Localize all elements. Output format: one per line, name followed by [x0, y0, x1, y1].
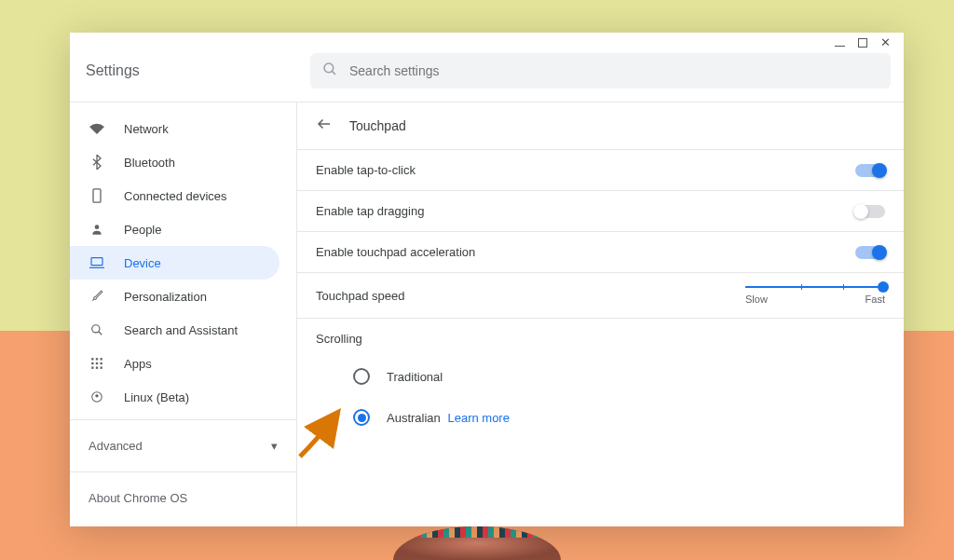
- scrolling-australian-row[interactable]: Australian Learn more: [316, 402, 885, 443]
- sidebar-item-label: Search and Assistant: [124, 323, 238, 337]
- about-label: About Chrome OS: [89, 491, 187, 505]
- scrolling-traditional-row[interactable]: Traditional: [316, 361, 885, 402]
- setting-tap-dragging: Enable tap dragging: [297, 191, 904, 232]
- sidebar-item-apps[interactable]: Apps: [70, 347, 279, 380]
- sidebar-item-personalization[interactable]: Personalization: [70, 280, 279, 313]
- tap-dragging-toggle[interactable]: [855, 205, 885, 218]
- svg-line-1: [333, 72, 335, 75]
- sidebar-item-connected-devices[interactable]: Connected devices: [70, 179, 279, 212]
- slider-fast-label: Fast: [865, 294, 885, 305]
- divider: [70, 471, 296, 472]
- sidebar-item-label: Connected devices: [124, 189, 227, 203]
- phone-icon: [89, 188, 105, 203]
- back-button[interactable]: [316, 116, 333, 136]
- sidebar-item-label: Bluetooth: [124, 156, 175, 170]
- brush-icon: [89, 290, 105, 303]
- traditional-radio[interactable]: [353, 368, 370, 385]
- learn-more-link[interactable]: Learn more: [447, 411, 509, 425]
- sidebar-item-bluetooth[interactable]: Bluetooth: [70, 145, 279, 179]
- acceleration-toggle[interactable]: [855, 246, 885, 259]
- sidebar-item-device[interactable]: Device: [70, 246, 279, 280]
- setting-label: Enable tap dragging: [316, 204, 424, 218]
- svg-point-0: [324, 63, 334, 73]
- sidebar-item-label: Apps: [124, 357, 152, 371]
- sidebar-item-linux[interactable]: Linux (Beta): [70, 380, 279, 414]
- laptop-icon: [89, 257, 105, 268]
- tap-to-click-toggle[interactable]: [855, 164, 885, 177]
- sidebar-item-label: Linux (Beta): [124, 390, 189, 404]
- sidebar-item-label: Network: [124, 122, 169, 136]
- sidebar: Network Bluetooth Connected devices Peop…: [70, 102, 297, 526]
- chevron-down-icon: ▾: [271, 439, 278, 453]
- main-panel: Touchpad Enable tap-to-click Enable tap …: [297, 102, 904, 526]
- window-titlebar: ✕: [70, 33, 904, 44]
- sidebar-advanced[interactable]: Advanced ▾: [70, 426, 296, 466]
- header-bar: Settings: [70, 44, 904, 102]
- magnifier-icon: [89, 323, 105, 336]
- settings-list: Enable tap-to-click Enable tap dragging …: [297, 149, 904, 319]
- svg-rect-2: [93, 189, 101, 202]
- radio-label: Traditional: [387, 370, 443, 384]
- svg-rect-12: [101, 362, 102, 364]
- settings-window: ✕ Settings Network Bluetooth Connected d…: [70, 33, 904, 526]
- svg-rect-11: [96, 362, 98, 364]
- divider: [70, 419, 296, 420]
- sidebar-about[interactable]: About Chrome OS: [70, 478, 296, 518]
- bluetooth-icon: [89, 155, 105, 170]
- setting-label: Enable tap-to-click: [316, 163, 416, 177]
- sidebar-item-network[interactable]: Network: [70, 112, 279, 145]
- person-icon: [89, 223, 105, 236]
- svg-rect-13: [91, 367, 93, 369]
- svg-rect-8: [96, 358, 98, 360]
- svg-point-3: [95, 225, 100, 229]
- sidebar-item-label: Personalization: [124, 290, 207, 304]
- svg-rect-9: [101, 358, 102, 360]
- svg-rect-15: [101, 367, 102, 369]
- radio-label: Australian: [387, 411, 441, 425]
- svg-point-17: [96, 395, 98, 397]
- wallpaper-cake: [393, 526, 561, 560]
- setting-acceleration: Enable touchpad acceleration: [297, 232, 904, 273]
- svg-point-5: [92, 325, 100, 333]
- apps-grid-icon: [89, 357, 105, 370]
- search-icon: [321, 61, 338, 81]
- svg-rect-7: [91, 358, 93, 360]
- scrolling-section: Scrolling Traditional Australian Learn m…: [297, 319, 904, 456]
- app-title: Settings: [83, 62, 293, 79]
- wifi-icon: [89, 123, 105, 134]
- svg-line-6: [99, 332, 102, 335]
- setting-label: Enable touchpad acceleration: [316, 245, 475, 259]
- speed-slider[interactable]: Slow Fast: [745, 286, 885, 305]
- advanced-label: Advanced: [89, 439, 143, 453]
- scrolling-heading: Scrolling: [316, 332, 885, 346]
- australian-radio[interactable]: [353, 409, 370, 426]
- page-title: Touchpad: [349, 118, 406, 133]
- search-input[interactable]: [349, 63, 879, 78]
- svg-rect-10: [91, 362, 93, 364]
- setting-tap-to-click: Enable tap-to-click: [297, 150, 904, 191]
- sidebar-item-people[interactable]: People: [70, 212, 279, 246]
- sidebar-item-label: People: [124, 223, 161, 237]
- slider-slow-label: Slow: [745, 294, 768, 305]
- sidebar-item-search-assistant[interactable]: Search and Assistant: [70, 313, 279, 347]
- setting-speed: Touchpad speed Slow Fast: [297, 273, 904, 318]
- sidebar-item-label: Device: [124, 256, 161, 270]
- search-field[interactable]: [310, 53, 891, 89]
- setting-label: Touchpad speed: [316, 289, 404, 303]
- svg-rect-4: [91, 258, 102, 266]
- svg-rect-14: [96, 367, 98, 369]
- linux-icon: [89, 390, 105, 403]
